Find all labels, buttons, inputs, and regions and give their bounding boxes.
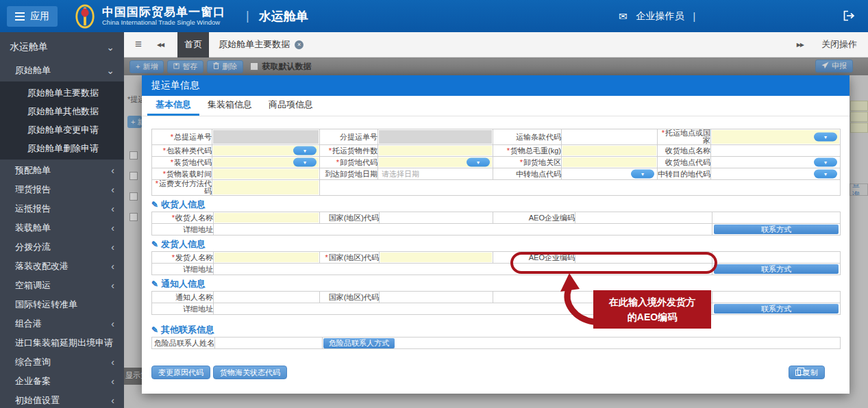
field-label: *托运货物件数 xyxy=(320,145,378,157)
section-title: 收货人信息 xyxy=(161,199,206,211)
customs-emblem-logo xyxy=(74,3,96,29)
sidebar-item-label: 运抵报告 xyxy=(15,203,51,215)
sidebar-item-8[interactable]: 空箱调运‹ xyxy=(0,276,124,295)
close-operations-button[interactable]: 关闭操作 xyxy=(821,38,857,51)
section0-input-2[interactable] xyxy=(575,212,712,224)
sidebar-item-1[interactable]: 原始舱单⌄ xyxy=(0,61,124,80)
section2-input-1[interactable] xyxy=(380,292,493,303)
dialog-tab-1[interactable]: 集装箱信息 xyxy=(199,96,260,116)
dialog-tab-2[interactable]: 商品项信息 xyxy=(260,96,321,116)
hamburger-icon xyxy=(15,12,25,21)
contact-method-button[interactable]: 联系方式 xyxy=(714,225,839,234)
tabs-scroll-right-icon[interactable]: ▶▶ xyxy=(797,42,804,48)
field-label: 详细地址 xyxy=(152,303,214,315)
dialog-tab-0[interactable]: 基本信息 xyxy=(147,96,199,116)
sidebar-item-11[interactable]: 进口集装箱延期出境申请 xyxy=(0,333,124,353)
sidebar-item-4[interactable]: 运抵报告‹ xyxy=(0,199,124,218)
form-input-r1c2[interactable] xyxy=(562,145,658,157)
empty-cell xyxy=(320,180,841,196)
footer-button-0[interactable]: 变更原因代码 xyxy=(151,366,210,379)
dropdown-button[interactable]: ▾ xyxy=(293,158,317,167)
field-label: 到达卸货地日期 xyxy=(320,168,378,180)
chevron-left-icon: ‹ xyxy=(111,378,114,385)
form-input-r0c0[interactable] xyxy=(212,129,320,145)
form-input-r4c0[interactable] xyxy=(212,180,320,196)
section0-input-0[interactable] xyxy=(214,212,320,224)
chevron-down-icon: ⌄ xyxy=(106,67,114,74)
sidebar-item-label: 组合港 xyxy=(15,318,42,330)
field-label: 危险品联系人姓名 xyxy=(152,337,215,349)
section2-input-0[interactable] xyxy=(214,292,320,303)
tabs-menu-icon[interactable]: ≡ xyxy=(135,38,142,51)
form-input-r1c0[interactable]: ▾ xyxy=(212,145,320,157)
field-label: 分提运单号 xyxy=(320,129,378,145)
tabs-scroll-left-icon[interactable]: ◀◀ xyxy=(157,42,164,48)
sidebar-item-3[interactable]: 理货报告‹ xyxy=(0,180,124,199)
sidebar-item-9[interactable]: 国际转运转准单 xyxy=(0,295,124,314)
copy-button[interactable]: 复制 xyxy=(789,366,825,379)
tab-home[interactable]: 首页 xyxy=(177,32,209,58)
section1-input-1[interactable] xyxy=(380,252,493,264)
dropdown-button[interactable]: ▾ xyxy=(293,146,317,155)
field-label: 国家(地区)代码 xyxy=(320,212,380,224)
required-star-icon: * xyxy=(171,158,173,166)
dropdown-button[interactable]: ▾ xyxy=(631,170,654,179)
sidebar-item-7[interactable]: 落装改配改港‹ xyxy=(0,257,124,276)
field-label: *运费支付方法代码 xyxy=(152,180,212,196)
contact-method-button[interactable]: 联系方式 xyxy=(714,304,839,314)
tab-original-manifest[interactable]: 原始舱单主要数据 × xyxy=(209,32,313,58)
sidebar-item-13[interactable]: 企业备案‹ xyxy=(0,372,124,391)
field-label: 详细地址 xyxy=(152,264,214,275)
form-input-r1c3[interactable] xyxy=(711,145,841,157)
section0-input-1[interactable] xyxy=(380,212,493,224)
edit-icon: ✎ xyxy=(151,200,158,209)
form-input-r1c1[interactable] xyxy=(378,145,493,157)
section1-input-0[interactable] xyxy=(214,252,320,264)
form-input-r2c1[interactable]: ▾ xyxy=(378,157,493,168)
sidebar-item-6[interactable]: 分拨分流‹ xyxy=(0,238,124,257)
sidebar-subitem-1[interactable]: 原始舱单其他数据 xyxy=(0,102,124,120)
sidebar-item-5[interactable]: 装载舱单‹ xyxy=(0,218,124,238)
dropdown-button[interactable]: ▾ xyxy=(467,158,490,167)
form-input-r3c3[interactable]: ▾ xyxy=(711,168,841,180)
form-input-r2c3[interactable]: ▾ xyxy=(711,157,841,168)
sidebar-subitem-3[interactable]: 原始舱单删除申请 xyxy=(0,139,124,157)
dropdown-button[interactable]: ▾ xyxy=(814,133,837,142)
dropdown-button[interactable]: ▾ xyxy=(814,158,837,167)
logout-icon[interactable] xyxy=(843,10,856,24)
sidebar-item-12[interactable]: 综合查询‹ xyxy=(0,353,124,372)
section-header: ✎发货人信息 xyxy=(151,239,840,249)
dangerous-goods-contact-name-input[interactable] xyxy=(215,337,323,349)
field-label: *总提运单号 xyxy=(152,129,212,145)
sidebar-subitem-2[interactable]: 原始舱单变更申请 xyxy=(0,120,124,139)
tab-close-icon[interactable]: × xyxy=(295,40,303,49)
form-input-r2c2[interactable] xyxy=(562,157,658,168)
dropdown-button[interactable]: ▾ xyxy=(814,170,837,179)
required-star-icon: * xyxy=(507,146,510,155)
footer-button-1[interactable]: 货物海关状态代码 xyxy=(213,366,287,379)
sidebar-item-0[interactable]: 水运舱单⌄ xyxy=(0,38,124,57)
form-input-r0c3[interactable]: ▾ xyxy=(711,129,841,145)
form-input-r2c0[interactable]: ▾ xyxy=(212,157,320,168)
sidebar-item-label: 装载舱单 xyxy=(15,222,51,234)
section0-address-input[interactable] xyxy=(214,224,712,235)
sidebar-item-10[interactable]: 组合港‹ xyxy=(0,314,124,333)
mail-icon[interactable]: ✉ xyxy=(619,10,628,23)
form-input-r0c2[interactable] xyxy=(562,129,658,145)
field-label: *卸货地代码 xyxy=(320,157,378,168)
form-input-r3c0[interactable] xyxy=(212,168,320,180)
field-label: *装货地代码 xyxy=(152,157,212,168)
edit-icon: ✎ xyxy=(151,240,158,249)
form-input-r3c1[interactable]: 请选择日期 xyxy=(378,168,493,180)
sidebar-subitem-0[interactable]: 原始舱单主要数据 xyxy=(0,84,124,102)
sidebar-nav: 水运舱单⌄原始舱单⌄原始舱单主要数据原始舱单其他数据原始舱单变更申请原始舱单删除… xyxy=(0,32,124,408)
sidebar-item-2[interactable]: 预配舱单‹ xyxy=(0,161,124,180)
user-role-label[interactable]: 企业操作员 xyxy=(636,10,684,23)
apps-menu-button[interactable]: 应用 xyxy=(7,6,58,27)
sidebar-item-14[interactable]: 初始值设置‹ xyxy=(0,391,124,408)
form-input-r0c1[interactable] xyxy=(378,129,493,145)
form-input-r3c2[interactable]: ▾ xyxy=(562,168,658,180)
dangerous-goods-contact-button[interactable]: 危险品联系人方式 xyxy=(323,338,395,348)
contact-method-button[interactable]: 联系方式 xyxy=(714,264,839,274)
dialog-footer: 变更原因代码货物海关状态代码 复制 xyxy=(151,366,840,379)
